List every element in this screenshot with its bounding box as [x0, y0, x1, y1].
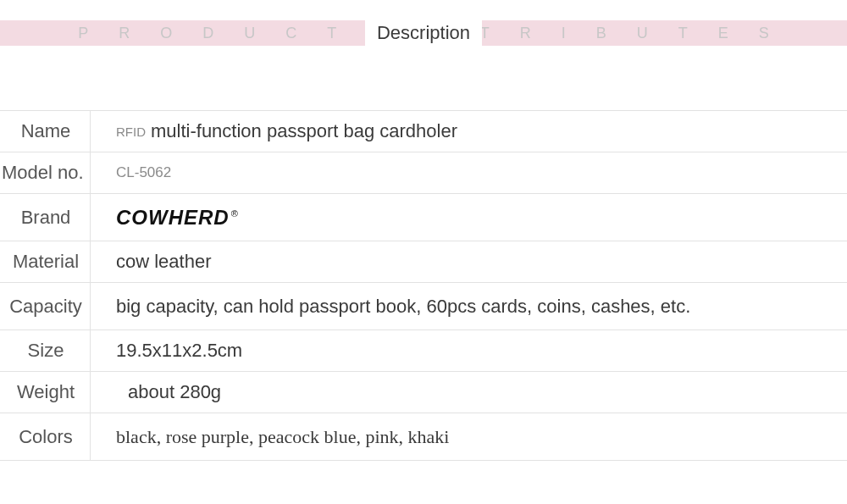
banner-center-label: Description [365, 20, 482, 46]
value-name: RFID multi-function passport bag cardhol… [91, 114, 847, 149]
label-colors: Colors [0, 413, 91, 460]
row-capacity: Capacity big capacity, can hold passport… [0, 283, 847, 330]
value-weight: about 280g [91, 374, 847, 410]
value-capacity: big capacity, can hold passport book, 60… [91, 289, 847, 324]
registered-icon: ® [231, 208, 239, 219]
label-size: Size [0, 330, 91, 371]
model-text: CL-5062 [116, 164, 171, 181]
label-name: Name [0, 111, 91, 152]
banner: PRODUCT ATTRIBUTES Description [0, 20, 847, 46]
row-colors: Colors black, rose purple, peacock blue,… [0, 413, 847, 461]
value-colors: black, rose purple, peacock blue, pink, … [91, 419, 847, 455]
label-weight: Weight [0, 372, 91, 413]
label-brand: Brand [0, 194, 91, 241]
row-name: Name RFID multi-function passport bag ca… [0, 111, 847, 152]
value-size: 19.5x11x2.5cm [91, 333, 847, 368]
label-model: Model no. [0, 152, 91, 193]
value-brand: COWHERD® [91, 199, 847, 236]
row-weight: Weight about 280g [0, 372, 847, 413]
row-size: Size 19.5x11x2.5cm [0, 330, 847, 372]
row-material: Material cow leather [0, 241, 847, 283]
label-material: Material [0, 241, 91, 282]
name-text: multi-function passport bag cardholer [151, 120, 457, 142]
attributes-table: Name RFID multi-function passport bag ca… [0, 110, 847, 461]
brand-logo: COWHERD® [116, 206, 239, 230]
brand-text: COWHERD [116, 206, 230, 229]
value-material: cow leather [91, 244, 847, 280]
rfid-prefix: RFID [116, 125, 146, 139]
row-brand: Brand COWHERD® [0, 194, 847, 241]
value-model: CL-5062 [91, 158, 847, 188]
row-model: Model no. CL-5062 [0, 152, 847, 194]
label-capacity: Capacity [0, 283, 91, 330]
